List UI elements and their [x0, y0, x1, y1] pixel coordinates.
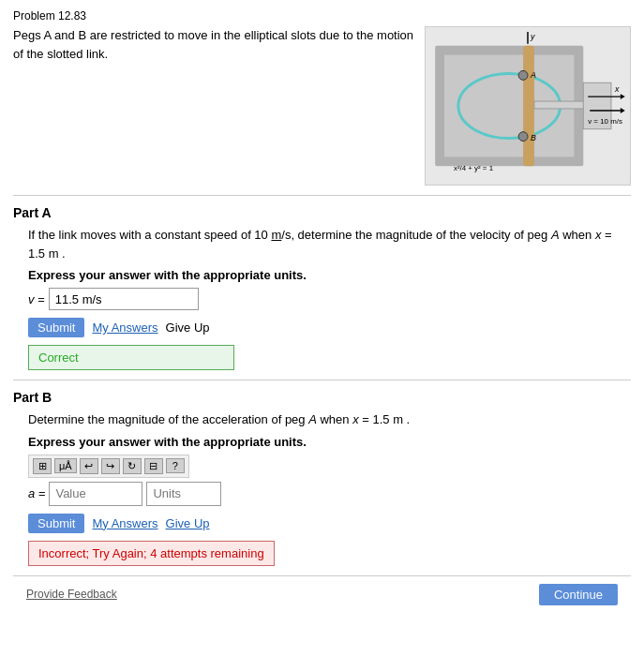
- part-a-header: Part A: [13, 205, 631, 220]
- svg-text:v = 10 m/s: v = 10 m/s: [588, 117, 622, 126]
- toolbar-icon6-button[interactable]: ⊟: [144, 458, 163, 474]
- part-b-content: Determine the magnitude of the accelerat…: [13, 410, 631, 566]
- part-b-give-up-button[interactable]: Give Up: [166, 516, 210, 530]
- part-b-my-answers-button[interactable]: My Answers: [92, 516, 157, 530]
- svg-text:B: B: [531, 133, 536, 142]
- diagram-box: y x v = 10 m/s A B x²/4 + y² = 1: [425, 26, 631, 186]
- part-a-divider: [13, 195, 631, 196]
- part-a-give-up-button[interactable]: Give Up: [166, 321, 210, 335]
- svg-marker-14: [621, 108, 625, 113]
- bottom-bar: Provide Feedback Continue: [13, 575, 631, 613]
- part-b-answer-label: a =: [28, 486, 45, 500]
- part-b-units-input[interactable]: [146, 482, 221, 506]
- part-a-answer-box: v =: [28, 288, 631, 310]
- part-b-button-row: Submit My Answers Give Up: [28, 514, 631, 533]
- toolbar-refresh-button[interactable]: ↻: [123, 458, 142, 474]
- svg-text:y: y: [530, 32, 535, 41]
- part-b-question: Determine the magnitude of the accelerat…: [28, 410, 631, 429]
- part-a-section: Part A If the link moves with a constant…: [13, 205, 631, 370]
- svg-rect-3: [523, 46, 534, 166]
- part-a-answer-input[interactable]: [49, 288, 199, 310]
- math-toolbar: ⊞ μÅ ↩ ↪ ↻ ⊟ ?: [28, 455, 189, 478]
- part-a-question: If the link moves with a constant speed …: [28, 226, 631, 262]
- problem-layout: Pegs A and B are restricted to move in t…: [13, 26, 631, 186]
- continue-button[interactable]: Continue: [539, 584, 618, 605]
- part-b-value-input[interactable]: [49, 482, 142, 506]
- part-a-content: If the link moves with a constant speed …: [13, 226, 631, 370]
- problem-text: Pegs A and B are restricted to move in t…: [13, 26, 415, 72]
- svg-rect-6: [534, 101, 590, 109]
- part-a-my-answers-button[interactable]: My Answers: [92, 321, 157, 335]
- svg-text:x: x: [614, 84, 620, 94]
- svg-text:A: A: [530, 70, 536, 80]
- problem-description: Pegs A and B are restricted to move in t…: [13, 26, 415, 63]
- part-b-instruction: Express your answer with the appropriate…: [28, 435, 631, 449]
- part-a-button-row: Submit My Answers Give Up: [28, 318, 631, 337]
- part-a-instruction: Express your answer with the appropriate…: [28, 268, 631, 282]
- diagram-svg: y x v = 10 m/s A B x²/4 + y² = 1: [426, 27, 630, 185]
- part-a-result: Correct: [28, 345, 234, 370]
- svg-text:x²/4 + y² = 1: x²/4 + y² = 1: [454, 164, 493, 172]
- part-a-submit-button[interactable]: Submit: [28, 318, 84, 337]
- provide-feedback-button[interactable]: Provide Feedback: [26, 588, 117, 601]
- toolbar-icon2-button[interactable]: μÅ: [54, 458, 77, 473]
- svg-point-5: [518, 132, 528, 142]
- toolbar-help-button[interactable]: ?: [166, 458, 185, 473]
- svg-point-4: [518, 70, 528, 80]
- part-b-header: Part B: [13, 390, 631, 405]
- svg-marker-11: [621, 94, 625, 99]
- page-container: Problem 12.83 Pegs A and B are restricte…: [0, 0, 644, 622]
- problem-number: Problem 12.83: [13, 9, 631, 22]
- toolbar-undo-button[interactable]: ↩: [80, 458, 98, 474]
- part-b-math-input-row: a =: [28, 482, 631, 506]
- part-b-feedback-row: Incorrect; Try Again; 4 attempts remaini…: [28, 541, 631, 566]
- toolbar-redo-button[interactable]: ↪: [101, 458, 120, 474]
- part-b-submit-button[interactable]: Submit: [28, 514, 84, 533]
- part-a-answer-label: v =: [28, 292, 45, 306]
- part-b-result: Incorrect; Try Again; 4 attempts remaini…: [28, 541, 275, 566]
- toolbar-icon1-button[interactable]: ⊞: [33, 458, 52, 474]
- part-b-section: Part B Determine the magnitude of the ac…: [13, 390, 631, 566]
- part-b-divider: [13, 380, 631, 380]
